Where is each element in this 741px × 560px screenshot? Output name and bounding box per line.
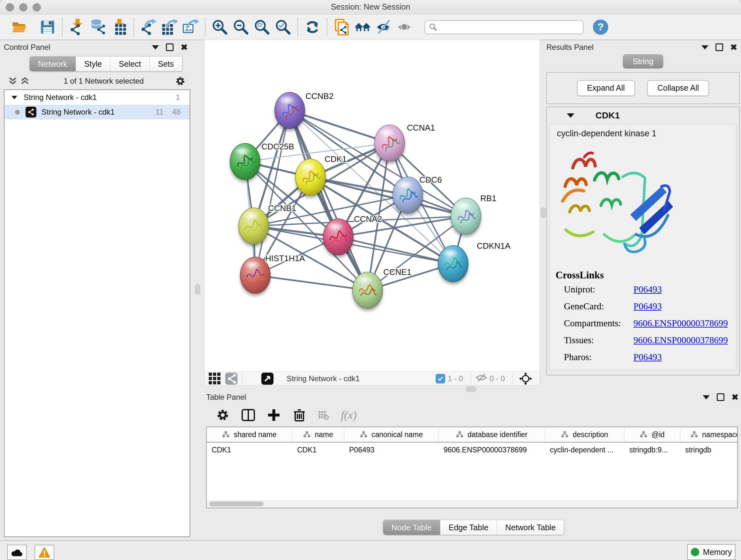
network-node-CCNA1[interactable] [375,125,405,161]
column-header-name[interactable]: name [292,427,344,442]
network-collection-row[interactable]: String Network - cdk1 1 [4,90,190,105]
table-cell[interactable]: 9606.ENSP00000378699 [439,442,545,457]
horizontal-scrollbar[interactable] [207,500,737,508]
crosslink-link[interactable]: P06493 [633,352,662,362]
selected-checkbox-icon[interactable] [435,374,445,383]
panel-menu-icon[interactable] [152,45,159,50]
panel-float-icon[interactable] [716,44,723,51]
crosslink-link[interactable]: 9606.ENSP00000378699 [633,335,728,346]
panel-float-icon[interactable] [166,44,174,51]
table-row[interactable]: CDK1CDK1P064939606.ENSP00000378699cyclin… [207,442,737,457]
show-columns-icon[interactable] [241,408,255,422]
column-header-database-identifier[interactable]: database identifier [439,427,545,442]
grid-view-icon[interactable] [208,372,221,385]
panel-close-icon[interactable]: ✖ [181,44,188,51]
panel-menu-icon[interactable] [703,395,710,399]
network-node-CDC6[interactable] [393,177,423,213]
open-session-icon[interactable] [9,17,30,37]
network-edge-CCNB2-CCNA1[interactable] [290,111,390,143]
zoom-out-icon[interactable] [230,17,252,37]
zoom-fit-icon[interactable] [252,17,273,37]
tab-select[interactable]: Select [111,57,149,71]
entry-collapse-icon[interactable] [567,113,575,118]
open-in-window-icon[interactable] [261,372,274,385]
expand-all-icon[interactable] [20,77,30,85]
network-edge-CCNA2-CDKN1A[interactable] [338,237,453,264]
network-node-CCNA2[interactable] [323,219,353,255]
panel-close-icon[interactable]: ✖ [731,394,738,400]
crosslink-link[interactable]: P06493 [633,301,662,312]
network-node-CCNB2[interactable] [275,92,305,129]
export-image-icon[interactable] [180,17,201,37]
network-badge-icon[interactable] [225,372,238,385]
toolbar-separator [62,18,63,36]
network-node-CCNE1[interactable] [353,272,383,308]
network-options-gear-icon[interactable] [175,76,186,86]
crosslink-row: Compartments:9606.ENSP00000378699 [564,318,736,335]
tab-sets[interactable]: Sets [150,57,182,71]
save-session-icon[interactable] [37,17,58,37]
import-network-database-icon[interactable] [87,17,109,37]
tab-style[interactable]: Style [76,57,111,71]
add-column-icon[interactable] [267,408,281,422]
network-node-CCNB1[interactable] [239,208,269,244]
network-node-CDKN1A[interactable] [438,246,468,282]
table-cell[interactable]: CDK1 [292,442,344,457]
collapse-all-button[interactable]: Collapse All [647,80,710,96]
hide-selection-icon[interactable] [374,17,394,37]
zoom-selected-icon[interactable] [273,17,293,37]
delete-column-icon[interactable] [292,408,307,422]
import-network-file-icon[interactable] [66,17,87,37]
memory-button[interactable]: Memory [687,544,736,560]
column-header-namespace[interactable]: namespace [680,427,738,442]
node-entry-header[interactable]: CDK1 [547,107,739,124]
network-node-CDK1[interactable] [295,159,326,195]
crosslink-link[interactable]: 9606.ENSP00000378699 [633,318,728,328]
tab-node-table[interactable]: Node Table [383,520,441,535]
refresh-icon[interactable] [302,17,323,37]
column-header-shared-name[interactable]: shared name [207,427,292,442]
network-row[interactable]: String Network - cdk1 11 48 [4,105,190,119]
table-cell[interactable]: P06493 [344,442,439,457]
collapse-all-icon[interactable] [8,77,18,85]
scrollbar-thumb[interactable] [209,502,264,506]
export-table-icon[interactable] [159,17,180,37]
import-table-file-icon[interactable] [109,17,130,37]
tab-network-table[interactable]: Network Table [497,520,564,535]
tab-network[interactable]: Network [30,57,76,71]
table-cell[interactable]: CDK1 [207,442,292,457]
table-cell[interactable]: stringdb [680,442,738,457]
birds-eye-view-icon[interactable] [519,372,532,385]
crosslink-link[interactable]: P06493 [633,284,662,295]
column-header-description[interactable]: description [545,427,624,442]
panel-menu-icon[interactable] [701,45,709,50]
network-node-RB1[interactable] [451,198,481,234]
help-icon[interactable]: ? [593,19,608,35]
column-header--id[interactable]: @id [624,427,680,442]
tab-string[interactable]: String [623,54,663,68]
left-splitter-handle[interactable] [195,284,200,294]
network-canvas[interactable]: CCNB2CCNA1CDC25BCDK1CDC6RB1CCNB1CCNA2CDK… [205,40,540,371]
table-options-gear-icon[interactable] [216,408,230,422]
collection-expand-icon[interactable] [11,96,17,99]
warning-status-button[interactable] [35,545,54,560]
panel-close-icon[interactable]: ✖ [730,44,737,51]
table-cell[interactable]: cyclin-dependent ... [545,442,624,457]
zoom-in-icon[interactable] [209,17,230,37]
cloud-status-button[interactable] [7,545,27,560]
column-header-canonical-name[interactable]: canonical name [344,427,439,442]
table-cell[interactable]: stringdb:9... [624,442,680,457]
panel-float-icon[interactable] [717,393,724,401]
network-edge-HIST1H1A-CCNE1[interactable] [255,275,367,290]
search-input[interactable] [424,20,583,34]
tab-edge-table[interactable]: Edge Table [441,520,497,535]
right-splitter-handle[interactable] [541,207,546,218]
export-network-icon[interactable] [138,17,159,37]
show-all-icon[interactable] [394,17,415,37]
expand-all-button[interactable]: Expand All [577,80,635,96]
first-neighbors-icon[interactable] [352,17,374,37]
new-network-from-selection-icon[interactable] [331,17,352,37]
horizontal-splitter-handle[interactable] [466,387,476,391]
hidden-eye-icon[interactable] [475,373,487,384]
network-node-CDC25B[interactable] [230,143,260,180]
